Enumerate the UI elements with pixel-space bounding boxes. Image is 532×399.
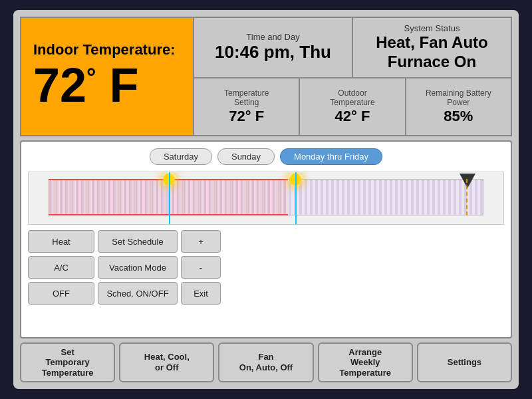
settings-row: TemperatureSetting 72° F OutdoorTemperat… (194, 78, 511, 135)
degree-symbol: ° (86, 63, 96, 90)
temp-setting-value: 72° F (229, 108, 264, 125)
schedule-tabs: Saturday Sunday Monday thru Friday (28, 148, 504, 165)
fan-button[interactable]: FanOn, Auto, Off (218, 342, 313, 382)
marker-line-1 (169, 172, 170, 224)
bottom-buttons: SetTemporaryTemperature Heat, Cool,or Of… (20, 342, 512, 382)
indoor-temp-box: Indoor Temperature: 72° F (21, 18, 194, 135)
temp-setting-label: TemperatureSetting (224, 88, 269, 108)
status-label: System Status (404, 23, 460, 33)
main-container: Indoor Temperature: 72° F Time and Day 1… (13, 10, 519, 389)
battery-label: Remaining BatteryPower (426, 88, 491, 108)
triangle-marker (460, 174, 475, 188)
tab-monday-friday[interactable]: Monday thru Friday (280, 148, 382, 165)
plus-button[interactable]: + (181, 230, 221, 253)
indoor-value: 72° F (33, 59, 138, 112)
marker-line-2 (295, 172, 297, 224)
top-section: Indoor Temperature: 72° F Time and Day 1… (20, 17, 512, 136)
exit-button[interactable]: Exit (181, 282, 221, 305)
heat-cool-button[interactable]: Heat, Cool,or Off (119, 342, 214, 382)
set-temp-button[interactable]: SetTemporaryTemperature (20, 342, 115, 382)
time-status-row: Time and Day 10:46 pm, Thu System Status… (194, 18, 511, 78)
battery-value: 85% (444, 108, 473, 125)
sched-onoff-button[interactable]: Sched. ON/OFF (98, 282, 178, 305)
schedule-buttons: Heat Set Schedule + A/C Vacation Mode - … (28, 230, 504, 305)
minus-button[interactable]: - (181, 256, 221, 279)
vacation-button[interactable]: Vacation Mode (98, 256, 178, 279)
dotted-line (466, 179, 467, 215)
tab-saturday[interactable]: Saturday (150, 148, 212, 165)
heat-button[interactable]: Heat (28, 230, 94, 253)
off-button[interactable]: OFF (28, 282, 94, 305)
outdoor-temp-cell: OutdoorTemperature 42° F (300, 78, 406, 135)
time-value: 10:46 pm, Thu (215, 42, 331, 63)
outdoor-temp-value: 42° F (335, 108, 370, 125)
temp-setting-cell: TemperatureSetting 72° F (194, 78, 300, 135)
status-box: System Status Heat, Fan AutoFurnace On (353, 18, 511, 77)
time-box: Time and Day 10:46 pm, Thu (194, 18, 353, 77)
arrange-button[interactable]: ArrangeWeeklyTemperature (318, 342, 413, 382)
tab-sunday[interactable]: Sunday (217, 148, 275, 165)
set-schedule-button[interactable]: Set Schedule (98, 230, 178, 253)
indoor-label: Indoor Temperature: (33, 41, 176, 59)
right-info: Time and Day 10:46 pm, Thu System Status… (194, 18, 511, 135)
ac-button[interactable]: A/C (28, 256, 94, 279)
battery-cell: Remaining BatteryPower 85% (406, 78, 511, 135)
schedule-section: Saturday Sunday Monday thru Friday Heat … (20, 140, 512, 338)
time-label: Time and Day (246, 32, 299, 42)
outdoor-temp-label: OutdoorTemperature (330, 88, 374, 108)
settings-button[interactable]: Settings (417, 342, 512, 382)
status-value: Heat, Fan AutoFurnace On (376, 33, 487, 72)
timeline-area (28, 172, 504, 225)
